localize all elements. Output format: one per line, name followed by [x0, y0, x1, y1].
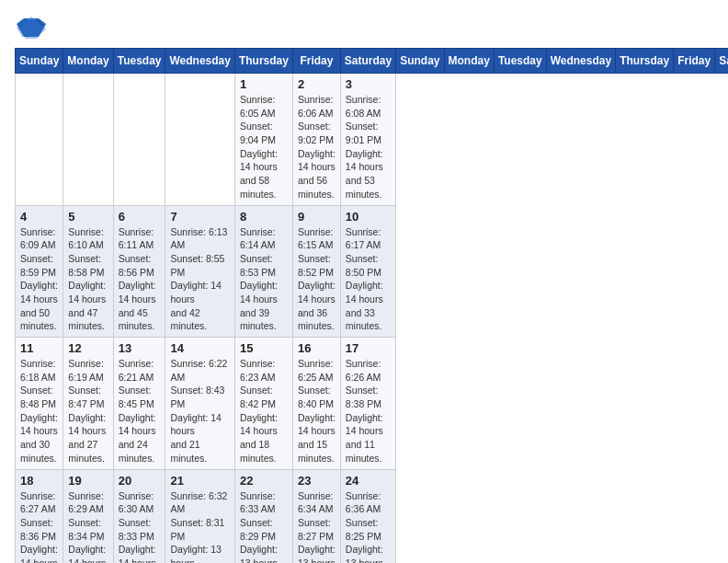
calendar-cell: 20Sunrise: 6:30 AM Sunset: 8:33 PM Dayli…: [113, 469, 165, 563]
day-number: 18: [20, 474, 58, 488]
weekday-header-saturday: Saturday: [715, 49, 728, 74]
day-number: 14: [170, 341, 229, 355]
calendar-cell: 16Sunrise: 6:25 AM Sunset: 8:40 PM Dayli…: [292, 338, 340, 470]
calendar-cell: 17Sunrise: 6:26 AM Sunset: 8:38 PM Dayli…: [340, 338, 395, 470]
weekday-header-saturday: Saturday: [340, 49, 395, 74]
calendar-cell: 11Sunrise: 6:18 AM Sunset: 8:48 PM Dayli…: [16, 338, 63, 470]
day-number: 13: [119, 341, 161, 355]
calendar-cell: 7Sunrise: 6:13 AM Sunset: 8:55 PM Daylig…: [165, 205, 234, 338]
calendar-cell: 24Sunrise: 6:36 AM Sunset: 8:25 PM Dayli…: [340, 469, 395, 563]
day-info: Sunrise: 6:14 AM Sunset: 8:53 PM Dayligh…: [240, 225, 288, 334]
day-info: Sunrise: 6:13 AM Sunset: 8:55 PM Dayligh…: [170, 225, 229, 334]
weekday-header-friday: Friday: [674, 49, 715, 74]
day-number: 6: [119, 210, 161, 224]
weekday-header-monday: Monday: [444, 49, 494, 74]
calendar-cell: [16, 74, 63, 206]
day-info: Sunrise: 6:25 AM Sunset: 8:40 PM Dayligh…: [298, 357, 336, 465]
day-number: 15: [240, 341, 288, 355]
calendar-week-row: 18Sunrise: 6:27 AM Sunset: 8:36 PM Dayli…: [16, 469, 729, 563]
calendar-week-row: 4Sunrise: 6:09 AM Sunset: 8:59 PM Daylig…: [16, 205, 729, 338]
day-number: 8: [240, 210, 288, 224]
calendar-table: SundayMondayTuesdayWednesdayThursdayFrid…: [15, 48, 728, 563]
logo-icon: [17, 15, 46, 40]
calendar-cell: [63, 74, 113, 206]
day-number: 17: [346, 341, 391, 355]
day-number: 9: [298, 210, 336, 224]
day-info: Sunrise: 6:06 AM Sunset: 9:02 PM Dayligh…: [298, 93, 336, 201]
day-info: Sunrise: 6:18 AM Sunset: 8:48 PM Dayligh…: [20, 357, 58, 465]
day-number: 4: [20, 210, 58, 224]
day-number: 12: [68, 341, 108, 355]
calendar-cell: 10Sunrise: 6:17 AM Sunset: 8:50 PM Dayli…: [340, 205, 395, 338]
day-info: Sunrise: 6:26 AM Sunset: 8:38 PM Dayligh…: [346, 357, 391, 465]
calendar-week-row: 11Sunrise: 6:18 AM Sunset: 8:48 PM Dayli…: [16, 338, 729, 470]
day-number: 24: [346, 474, 391, 488]
calendar-cell: 19Sunrise: 6:29 AM Sunset: 8:34 PM Dayli…: [63, 469, 113, 563]
calendar-cell: 22Sunrise: 6:33 AM Sunset: 8:29 PM Dayli…: [234, 469, 292, 563]
weekday-header-monday: Monday: [63, 49, 113, 74]
day-number: 23: [298, 474, 336, 488]
day-number: 21: [170, 474, 229, 488]
calendar-cell: 21Sunrise: 6:32 AM Sunset: 8:31 PM Dayli…: [165, 469, 234, 563]
weekday-header-friday: Friday: [292, 49, 340, 74]
weekday-header-sunday: Sunday: [396, 49, 444, 74]
calendar-cell: [165, 74, 234, 206]
weekday-header-wednesday: Wednesday: [165, 49, 234, 74]
calendar-cell: [113, 74, 165, 206]
calendar-cell: 6Sunrise: 6:11 AM Sunset: 8:56 PM Daylig…: [113, 205, 165, 338]
day-number: 10: [346, 210, 391, 224]
day-info: Sunrise: 6:10 AM Sunset: 8:58 PM Dayligh…: [68, 225, 108, 334]
day-number: 16: [298, 341, 336, 355]
calendar-header-row: SundayMondayTuesdayWednesdayThursdayFrid…: [16, 49, 729, 74]
calendar-cell: 23Sunrise: 6:34 AM Sunset: 8:27 PM Dayli…: [292, 469, 340, 563]
day-info: Sunrise: 6:33 AM Sunset: 8:29 PM Dayligh…: [240, 489, 288, 564]
calendar-cell: 5Sunrise: 6:10 AM Sunset: 8:58 PM Daylig…: [63, 205, 113, 338]
weekday-header-wednesday: Wednesday: [546, 49, 615, 74]
weekday-header-sunday: Sunday: [16, 49, 63, 74]
day-info: Sunrise: 6:09 AM Sunset: 8:59 PM Dayligh…: [20, 225, 58, 334]
calendar-cell: 2Sunrise: 6:06 AM Sunset: 9:02 PM Daylig…: [292, 74, 340, 206]
day-info: Sunrise: 6:05 AM Sunset: 9:04 PM Dayligh…: [240, 93, 288, 201]
day-number: 11: [20, 341, 58, 355]
day-info: Sunrise: 6:17 AM Sunset: 8:50 PM Dayligh…: [346, 225, 391, 334]
calendar-cell: 18Sunrise: 6:27 AM Sunset: 8:36 PM Dayli…: [16, 469, 63, 563]
calendar-cell: 12Sunrise: 6:19 AM Sunset: 8:47 PM Dayli…: [63, 338, 113, 470]
day-info: Sunrise: 6:32 AM Sunset: 8:31 PM Dayligh…: [170, 489, 229, 564]
day-number: 2: [298, 77, 336, 91]
calendar-cell: 14Sunrise: 6:22 AM Sunset: 8:43 PM Dayli…: [165, 338, 234, 470]
day-info: Sunrise: 6:27 AM Sunset: 8:36 PM Dayligh…: [20, 489, 58, 564]
day-info: Sunrise: 6:11 AM Sunset: 8:56 PM Dayligh…: [119, 225, 161, 334]
day-number: 5: [68, 210, 108, 224]
day-number: 19: [68, 474, 108, 488]
day-info: Sunrise: 6:08 AM Sunset: 9:01 PM Dayligh…: [346, 93, 391, 201]
calendar-cell: 15Sunrise: 6:23 AM Sunset: 8:42 PM Dayli…: [234, 338, 292, 470]
calendar-cell: 3Sunrise: 6:08 AM Sunset: 9:01 PM Daylig…: [340, 74, 395, 206]
day-info: Sunrise: 6:30 AM Sunset: 8:33 PM Dayligh…: [119, 489, 161, 564]
page-header: [15, 15, 713, 40]
day-info: Sunrise: 6:34 AM Sunset: 8:27 PM Dayligh…: [298, 489, 336, 564]
day-number: 20: [119, 474, 161, 488]
day-info: Sunrise: 6:23 AM Sunset: 8:42 PM Dayligh…: [240, 357, 288, 465]
day-number: 22: [240, 474, 288, 488]
day-number: 7: [170, 210, 229, 224]
weekday-header-tuesday: Tuesday: [494, 49, 546, 74]
calendar-cell: 13Sunrise: 6:21 AM Sunset: 8:45 PM Dayli…: [113, 338, 165, 470]
weekday-header-thursday: Thursday: [234, 49, 292, 74]
calendar-week-row: 1Sunrise: 6:05 AM Sunset: 9:04 PM Daylig…: [16, 74, 729, 206]
day-number: 3: [346, 77, 391, 91]
calendar-cell: 9Sunrise: 6:15 AM Sunset: 8:52 PM Daylig…: [292, 205, 340, 338]
calendar-cell: 8Sunrise: 6:14 AM Sunset: 8:53 PM Daylig…: [234, 205, 292, 338]
calendar-cell: 4Sunrise: 6:09 AM Sunset: 8:59 PM Daylig…: [16, 205, 63, 338]
day-info: Sunrise: 6:19 AM Sunset: 8:47 PM Dayligh…: [68, 357, 108, 465]
logo: [15, 15, 46, 40]
day-number: 1: [240, 77, 288, 91]
weekday-header-tuesday: Tuesday: [113, 49, 165, 74]
day-info: Sunrise: 6:22 AM Sunset: 8:43 PM Dayligh…: [170, 357, 229, 465]
weekday-header-thursday: Thursday: [616, 49, 674, 74]
calendar-cell: 1Sunrise: 6:05 AM Sunset: 9:04 PM Daylig…: [234, 74, 292, 206]
day-info: Sunrise: 6:21 AM Sunset: 8:45 PM Dayligh…: [119, 357, 161, 465]
day-info: Sunrise: 6:15 AM Sunset: 8:52 PM Dayligh…: [298, 225, 336, 334]
day-info: Sunrise: 6:29 AM Sunset: 8:34 PM Dayligh…: [68, 489, 108, 564]
day-info: Sunrise: 6:36 AM Sunset: 8:25 PM Dayligh…: [346, 489, 391, 564]
